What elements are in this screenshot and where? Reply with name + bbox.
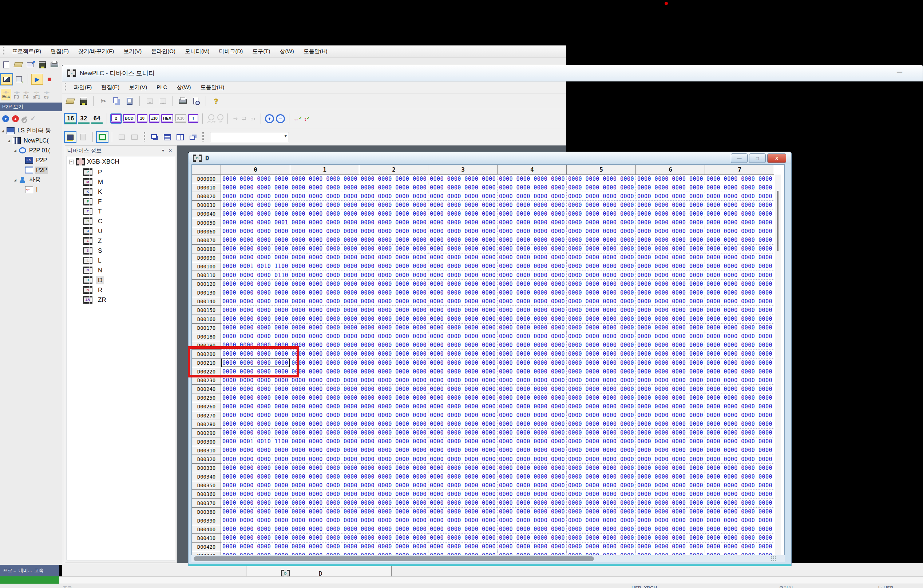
chart-icon[interactable] <box>25 60 36 70</box>
value-cell[interactable]: 0000 0001 0010 1100 <box>221 262 290 271</box>
value-cell[interactable]: 0000 0000 0000 0000 <box>290 210 359 218</box>
value-cell[interactable]: 0000 0000 0000 0000 <box>498 262 567 271</box>
value-cell[interactable]: 0000 0000 0000 0000 <box>636 542 705 551</box>
value-cell[interactable]: 0000 0000 0000 0000 <box>221 183 290 192</box>
help-icon[interactable] <box>210 96 221 106</box>
value-cell[interactable]: 0000 0000 0000 0000 <box>567 245 636 254</box>
value-cell[interactable]: 0000 0000 0000 0000 <box>567 542 636 551</box>
value-cell[interactable]: 0000 0000 0000 0000 <box>429 472 498 481</box>
value-cell[interactable]: 0000 0000 0000 0000 <box>498 498 567 507</box>
device-item-L[interactable]: LL <box>67 256 175 265</box>
value-cell[interactable]: 0000 0000 0000 0000 <box>359 359 429 367</box>
value-cell[interactable]: 0000 0000 0000 0000 <box>567 393 636 402</box>
value-cell[interactable]: 0000 0000 0000 0000 <box>498 332 567 341</box>
value-cell[interactable]: 0000 0000 0000 0000 <box>705 542 774 551</box>
value-cell[interactable]: 0000 0000 0000 0000 <box>290 376 359 385</box>
device-item-P[interactable]: PP <box>67 167 175 177</box>
device-item-D[interactable]: DD <box>67 275 175 285</box>
value-cell[interactable]: 0000 0000 0000 0000 <box>498 306 567 314</box>
d-window-title-bar[interactable]: D D <box>189 152 791 164</box>
menu-item[interactable]: 찾기/바꾸기(F) <box>74 47 119 56</box>
restore-button[interactable]: □ <box>749 154 766 163</box>
value-cell[interactable]: 0000 0000 0000 0000 <box>290 227 359 236</box>
play-icon[interactable] <box>31 74 43 85</box>
value-cell[interactable]: 0000 0000 0000 0000 <box>567 201 636 210</box>
device-item-C[interactable]: CC <box>67 216 175 226</box>
device-root-item[interactable]: − XGB-XBCH <box>67 156 175 167</box>
value-cell[interactable]: 0000 0000 0000 0000 <box>705 420 774 429</box>
value-cell[interactable]: 0000 0000 0000 0000 <box>567 420 636 429</box>
value-cell[interactable]: 0000 0000 0000 0000 <box>567 376 636 385</box>
pin-icon[interactable]: ▾ <box>160 148 166 153</box>
value-cell[interactable]: 0000 0000 0000 0000 <box>359 420 429 429</box>
fkey-sF1[interactable]: sF1 <box>32 90 41 100</box>
value-cell[interactable]: 0000 0000 0000 0000 <box>567 472 636 481</box>
value-cell[interactable]: 0000 0000 0000 0000 <box>567 367 636 376</box>
value-cell[interactable]: 0000 0000 0000 0000 <box>359 508 429 516</box>
value-cell[interactable]: 0000 0000 0000 0000 <box>705 332 774 341</box>
value-cell[interactable]: 0000 0000 0000 0000 <box>705 288 774 297</box>
expand-arrow-icon[interactable]: ◢ <box>14 178 19 182</box>
value-cell[interactable]: 0000 0000 0000 0000 <box>221 534 290 542</box>
value-cell[interactable]: 0000 0000 0000 0000 <box>429 455 498 464</box>
value-cell[interactable]: 0000 0000 0000 0000 <box>221 420 290 429</box>
value-cell[interactable]: 0000 0000 0000 0000 <box>359 542 429 551</box>
value-cell[interactable]: 0000 0000 0000 0000 <box>567 280 636 288</box>
value-cell[interactable]: 0000 0000 0000 0000 <box>359 534 429 542</box>
value-cell[interactable]: 0000 0000 0000 0000 <box>359 218 429 227</box>
value-cell[interactable]: 0000 0000 0000 0000 <box>359 367 429 376</box>
value-cell[interactable]: 0000 0000 0000 0000 <box>498 508 567 516</box>
value-cell[interactable]: 0000 0000 0000 0000 <box>567 183 636 192</box>
tree-item[interactable]: ◢NewPLC( <box>0 136 62 146</box>
value-cell[interactable]: 0000 0000 0000 0000 <box>290 393 359 402</box>
value-cell[interactable]: 0000 0000 0000 0000 <box>221 498 290 507</box>
value-cell[interactable]: 0000 0000 0000 0000 <box>429 534 498 542</box>
value-cell[interactable]: 0000 0000 0000 0000 <box>498 446 567 455</box>
value-cell[interactable]: 0000 0000 0000 0000 <box>567 341 636 350</box>
value-cell[interactable]: 0000 0000 0000 0000 <box>221 245 290 254</box>
horizontal-scrollbar[interactable] <box>191 555 785 562</box>
value-cell[interactable]: 0000 0000 0000 0000 <box>221 210 290 218</box>
device-item-M[interactable]: MM <box>67 177 175 187</box>
value-cell[interactable]: 0000 0000 0000 0000 <box>498 437 567 446</box>
value-cell[interactable]: 0000 0000 0000 0000 <box>359 472 429 481</box>
value-cell[interactable]: 0000 0000 0000 0000 <box>498 490 567 498</box>
value-cell[interactable]: 0000 0000 0000 0000 <box>290 236 359 245</box>
scrollbar-thumb[interactable] <box>194 556 594 561</box>
value-cell[interactable]: 0000 0000 0000 0000 <box>705 262 774 271</box>
value-cell[interactable]: 0000 0000 0000 0000 <box>290 490 359 498</box>
value-cell[interactable]: 0000 0000 0000 0000 <box>221 481 290 490</box>
fkey-cs[interactable]: cs <box>43 90 51 100</box>
value-cell[interactable]: 0000 0000 0000 0000 <box>567 429 636 437</box>
value-cell[interactable]: 0000 0000 0000 0000 <box>567 481 636 490</box>
value-cell[interactable]: 0000 0000 0000 0000 <box>429 367 498 376</box>
value-cell[interactable]: 0000 0000 0000 0000 <box>567 288 636 297</box>
collapse-box-icon[interactable]: − <box>69 160 74 164</box>
device-item-ZR[interactable]: ZRZR <box>67 295 175 305</box>
value-cell[interactable]: 0000 0000 0000 0000 <box>221 201 290 210</box>
value-cell[interactable]: 0000 0000 0000 0000 <box>705 254 774 262</box>
value-cell[interactable]: 0000 0000 0000 0000 <box>705 227 774 236</box>
value-cell[interactable]: 0000 0000 0000 0000 <box>290 271 359 280</box>
value-cell[interactable]: 0000 0000 0000 0000 <box>705 534 774 542</box>
value-cell[interactable]: 0000 0000 0000 0000 <box>705 175 774 183</box>
expand-arrow-icon[interactable]: ◢ <box>14 149 19 152</box>
value-cell[interactable]: 0000 0000 0000 0000 <box>221 446 290 455</box>
value-cell[interactable]: 0000 0000 0000 0000 <box>221 254 290 262</box>
value-cell[interactable]: 0000 0000 0000 0000 <box>567 516 636 525</box>
value-cell[interactable]: 0000 0000 0000 0000 <box>359 315 429 324</box>
value-cell[interactable]: 0000 0000 0000 0000 <box>705 210 774 218</box>
value-cell[interactable]: 0000 0000 0000 0000 <box>359 210 429 218</box>
value-cell[interactable]: 0000 0000 0000 0000 <box>636 508 705 516</box>
value-cell[interactable]: 0000 0000 0000 0000 <box>359 437 429 446</box>
taskbar-item[interactable]: 온라인 <box>779 585 793 588</box>
value-cell[interactable]: 0000 0000 0000 0000 <box>290 306 359 314</box>
tree-item[interactable]: ◢P2P 01( <box>0 146 62 155</box>
device-item-T[interactable]: TT <box>67 206 175 216</box>
tileh-icon[interactable] <box>162 132 173 142</box>
value-cell[interactable]: 0000 0000 0000 0000 <box>429 411 498 420</box>
value-cell[interactable]: 0000 0000 0000 0000 <box>498 210 567 218</box>
device-icon[interactable] <box>65 132 76 142</box>
device-item-Z[interactable]: ZZ <box>67 236 175 246</box>
value-cell[interactable]: 0000 0000 0000 0000 <box>429 464 498 472</box>
